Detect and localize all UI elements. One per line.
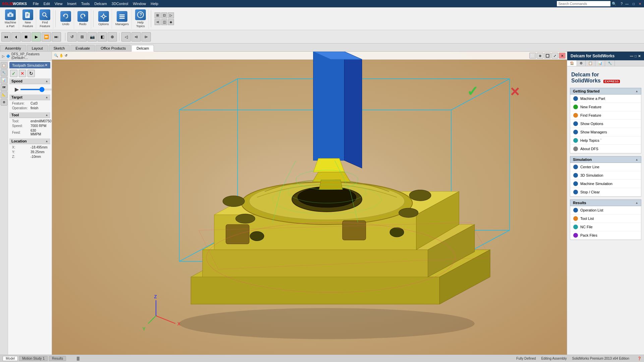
- rp-tab-icon2[interactable]: 📋: [586, 60, 595, 66]
- rp-about-dfs[interactable]: About DFS: [570, 145, 641, 153]
- toolbar-machine-a-part[interactable]: Machinea Part: [2, 9, 19, 29]
- rp-pack-files[interactable]: Pack Files: [570, 231, 641, 240]
- toolbar-options[interactable]: Options: [96, 9, 112, 29]
- speed-play-btn[interactable]: ▶: [15, 86, 19, 93]
- playback-end-btn[interactable]: ⏭: [52, 32, 61, 42]
- sim-extra-controls: ↺ ⊞ 📷 ◧ ⊕: [67, 32, 117, 42]
- rp-machine-simulation[interactable]: Machine Simulation: [570, 180, 641, 188]
- sim-nav-2[interactable]: ⊲: [131, 32, 141, 42]
- sim-view-btn[interactable]: ◧: [98, 32, 107, 42]
- tree-expand-icon[interactable]: ▷: [2, 54, 5, 58]
- sim-cancel-btn[interactable]: ✕: [19, 70, 26, 77]
- toolbar-managers[interactable]: Managers: [113, 9, 132, 29]
- menu-view[interactable]: View: [53, 1, 65, 6]
- menu-help[interactable]: Help: [149, 1, 161, 6]
- extra-icon-6[interactable]: ◈: [168, 19, 174, 25]
- menu-window[interactable]: Window: [131, 1, 148, 6]
- tab-assembly[interactable]: Assembly: [0, 45, 26, 51]
- results-section-header[interactable]: Results ▲: [570, 199, 641, 206]
- rp-tool-list[interactable]: Tool List: [570, 215, 641, 223]
- rp-new-feature[interactable]: New Feature: [570, 103, 641, 111]
- left-sidebar-btn-5[interactable]: 📐: [1, 92, 7, 98]
- location-section-header[interactable]: Location ▲: [9, 138, 50, 144]
- speed-slider[interactable]: [20, 89, 52, 90]
- rp-show-options[interactable]: Show Options: [570, 120, 641, 128]
- tab-delcam[interactable]: Delcam: [131, 45, 154, 52]
- rp-min-btn[interactable]: —: [630, 54, 633, 58]
- minimize-button[interactable]: —: [624, 2, 630, 6]
- sim-nav-3[interactable]: ⊳: [141, 32, 151, 42]
- playback-back-btn[interactable]: ⏴: [11, 32, 21, 42]
- 3d-viewport[interactable]: 🔍 ✋ ↺ ⬜ ⊕ 🔲 ⤢ ✕: [52, 52, 567, 355]
- left-sidebar-btn-3[interactable]: 📊: [1, 77, 7, 83]
- status-tab-model[interactable]: Model: [3, 356, 18, 361]
- target-section-header[interactable]: Target ▲: [9, 95, 50, 100]
- rp-machine-a-part[interactable]: Machine a Part: [570, 95, 641, 103]
- rp-operation-list[interactable]: Operation List: [570, 206, 641, 215]
- extra-icon-3[interactable]: ▷: [168, 12, 174, 18]
- getting-started-section-header[interactable]: Getting Started ▲: [570, 88, 641, 95]
- playback-stop-btn[interactable]: ⏹: [21, 32, 31, 42]
- menu-file[interactable]: File: [31, 1, 41, 6]
- rp-max-btn[interactable]: □: [635, 54, 637, 58]
- playback-forward-btn[interactable]: ⏩: [42, 32, 51, 42]
- menu-edit[interactable]: Edit: [42, 1, 52, 6]
- left-sidebar-btn-4[interactable]: 🗺: [1, 84, 7, 91]
- sim-zoom-btn[interactable]: ⊕: [108, 32, 117, 42]
- rp-3d-simulation[interactable]: 3D Simulation: [570, 171, 641, 180]
- rp-tab-home[interactable]: 🏠: [567, 60, 577, 66]
- rp-center-line[interactable]: Center Line: [570, 163, 641, 171]
- sim-accept-btn[interactable]: ✓: [10, 70, 17, 77]
- toolbar-new-feature[interactable]: + NewFeature: [20, 9, 36, 29]
- rp-tab-icon1[interactable]: ⚙: [577, 60, 586, 66]
- rp-tab-icon3[interactable]: 📊: [595, 60, 605, 66]
- help-question-icon[interactable]: ?: [621, 2, 623, 6]
- playback-rewind-btn[interactable]: ⏮: [1, 32, 11, 42]
- rp-close-btn[interactable]: ✕: [638, 54, 641, 58]
- menu-3dcontrol[interactable]: 3DControl: [110, 1, 130, 6]
- tab-evaluate[interactable]: Evaluate: [70, 45, 95, 51]
- maximize-button[interactable]: □: [631, 2, 636, 6]
- tab-sketch[interactable]: Sketch: [49, 45, 70, 51]
- menu-tools[interactable]: Tools: [79, 1, 92, 6]
- playback-play-btn[interactable]: ▶: [32, 32, 41, 42]
- rp-tab-icon4[interactable]: 🔧: [605, 60, 615, 66]
- left-sidebar-btn-1[interactable]: 📋: [1, 62, 7, 69]
- sim-loop-btn[interactable]: ↺: [67, 32, 77, 42]
- close-button[interactable]: ✕: [637, 2, 643, 6]
- rp-stop-clear[interactable]: Stop / Clear: [570, 188, 641, 196]
- tab-office-products[interactable]: Office Products: [96, 45, 131, 51]
- find-feature-label: FindFeature: [40, 21, 50, 28]
- sim-nav-1[interactable]: ◁: [121, 32, 131, 42]
- rp-nc-file-icon: [573, 224, 578, 230]
- toolbar-redo[interactable]: Redo: [75, 9, 91, 29]
- status-help-icon[interactable]: ❓: [637, 357, 641, 360]
- speed-section-header[interactable]: Speed ▲: [9, 78, 50, 84]
- search-input[interactable]: [557, 1, 610, 6]
- tool-section-header[interactable]: Tool ▲: [9, 112, 50, 118]
- status-tab-results[interactable]: Results: [49, 356, 66, 361]
- extra-icon-4[interactable]: ⊲: [155, 19, 161, 25]
- search-icon[interactable]: 🔍: [612, 2, 617, 6]
- simulation-section-header[interactable]: Simulation ▲: [570, 156, 641, 163]
- toolbar-help[interactable]: ? HelpTopics: [132, 9, 149, 29]
- rp-find-feature[interactable]: Find Feature: [570, 111, 641, 120]
- extra-icon-1[interactable]: ⊞: [155, 12, 161, 18]
- sim-refresh-btn[interactable]: ↻: [27, 70, 35, 77]
- rp-show-managers[interactable]: Show Managers: [570, 128, 641, 136]
- status-tab-motion[interactable]: Motion Study 1: [19, 356, 48, 361]
- sim-step-btn[interactable]: ⊞: [77, 32, 87, 42]
- tab-layout[interactable]: Layout: [27, 45, 48, 51]
- menu-delcam[interactable]: Delcam: [93, 1, 109, 6]
- menu-insert[interactable]: Insert: [65, 1, 78, 6]
- toolbar-find-feature[interactable]: FindFeature: [37, 9, 53, 29]
- extra-icon-5[interactable]: ◫: [161, 19, 167, 25]
- rp-nc-file[interactable]: NC File: [570, 223, 641, 231]
- sim-camera-btn[interactable]: 📷: [87, 32, 97, 42]
- sim-panel-close-btn[interactable]: ✕: [45, 63, 48, 67]
- left-sidebar-btn-6[interactable]: ⚙: [1, 99, 7, 106]
- toolbar-undo[interactable]: Undo: [58, 9, 74, 29]
- rp-help-topics[interactable]: Help Topics `: [570, 136, 641, 145]
- extra-icon-2[interactable]: ⊡: [161, 12, 167, 18]
- left-sidebar-btn-2[interactable]: 🔧: [1, 69, 7, 76]
